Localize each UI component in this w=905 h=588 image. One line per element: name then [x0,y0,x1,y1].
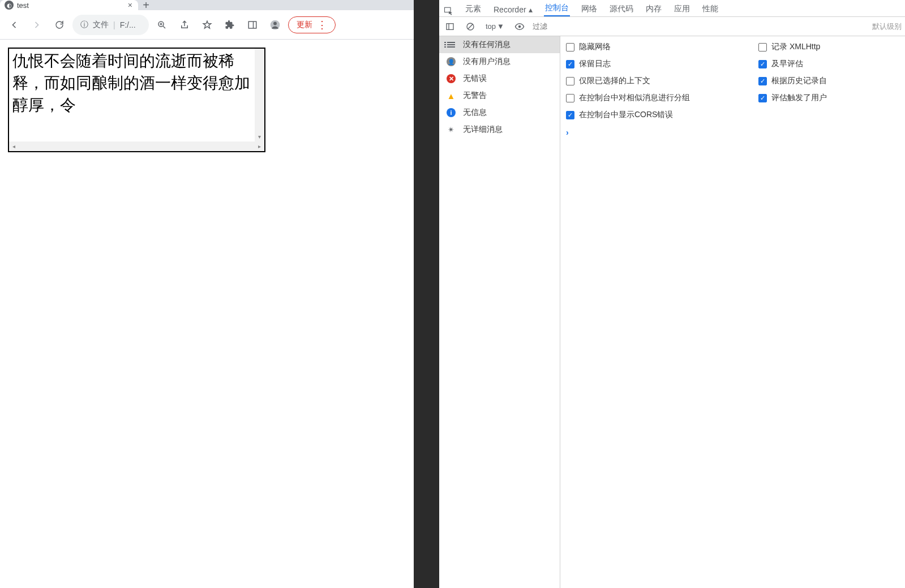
checkbox-icon[interactable]: ✓ [758,94,767,102]
checkbox-icon[interactable]: ✓ [758,77,767,85]
levels-dropdown[interactable]: 默认级别 [872,22,902,32]
extensions-icon[interactable] [220,15,239,35]
page-textbox[interactable]: 仇恨不会随着时间的流逝而被稀释，而如同酿制的酒一样变得愈加醇厚，令 ▾ ◂ ▸ [8,48,265,152]
address-label: 文件 [93,20,109,30]
console-sidebar: 没有任何消息 👤 没有用户消息 ✕ 无错误 ▲ 无警告 i 无信息 ✴ 无详细消… [439,36,560,588]
back-button[interactable] [5,15,24,35]
checkbox-eager-eval[interactable]: ✓及早评估 [758,59,827,69]
zoom-icon[interactable] [152,15,171,35]
console-toolbar: top ▼ 默认级别 [439,17,905,36]
filter-box[interactable] [533,22,867,31]
checkbox-icon[interactable] [566,43,574,51]
textbox-text: 仇恨不会随着时间的流逝而被稀释，而如同酿制的酒一样变得愈加醇厚，令 [12,50,255,117]
tab-title: test [17,1,125,10]
sidebar-item-verbose[interactable]: ✴ 无详细消息 [439,121,560,138]
recorder-badge-icon: ▴ [529,5,533,14]
context-dropdown[interactable]: top ▼ [483,21,507,32]
sidebar-item-user[interactable]: 👤 没有用户消息 [439,53,560,70]
sidebar-item-all[interactable]: 没有任何消息 [439,36,560,53]
scroll-right-icon[interactable]: ▸ [255,141,264,151]
address-bar[interactable]: ⓘ 文件 | F:/... [72,15,149,35]
tab-sources[interactable]: 源代码 [608,2,634,16]
scroll-left-icon[interactable]: ◂ [9,141,19,151]
svg-point-7 [273,22,277,25]
checkbox-icon[interactable]: ✓ [566,60,574,68]
pane-divider[interactable] [414,0,439,588]
reload-button[interactable] [50,15,69,35]
svg-rect-8 [445,7,451,12]
tab-memory[interactable]: 内存 [645,2,663,16]
checkbox-icon[interactable] [566,77,574,85]
menu-dots-icon[interactable]: ⋮ [317,20,327,30]
bookmark-icon[interactable] [198,15,217,35]
address-path: F:/... [120,20,136,29]
checkbox-icon[interactable]: ✓ [566,111,574,119]
console-prompt[interactable]: › [560,126,905,139]
sidebar-item-info[interactable]: i 无信息 [439,104,560,121]
inspect-icon[interactable] [444,6,454,16]
browser-tab[interactable]: ◐ test × [0,0,138,10]
checkbox-user-activation[interactable]: ✓评估触发了用户 [758,93,827,103]
tab-performance[interactable]: 性能 [701,2,719,16]
favicon-icon: ◐ [5,1,14,10]
sidebar-item-warnings[interactable]: ▲ 无警告 [439,87,560,104]
sidebar-item-label: 无警告 [463,91,487,101]
sidebar-item-label: 无详细消息 [463,125,503,135]
clear-console-button[interactable] [463,19,478,34]
checkbox-history-autocomplete[interactable]: ✓根据历史记录自 [758,76,827,86]
svg-point-13 [518,25,521,28]
devtools-panel: 元素 Recorder ▴ 控制台 网络 源代码 内存 应用 性能 top ▼ … [439,0,905,588]
console-settings: 隐藏网络 ✓保留日志 仅限已选择的上下文 在控制台中对相似消息进行分组 ✓在控制… [560,36,905,588]
sidebar-item-label: 无错误 [463,74,487,84]
sidebar-item-errors[interactable]: ✕ 无错误 [439,70,560,87]
checkbox-icon[interactable] [758,43,767,51]
tab-application[interactable]: 应用 [673,2,691,16]
tab-console[interactable]: 控制台 [544,1,570,16]
update-label: 更新 [297,20,312,30]
live-expression-button[interactable] [512,19,527,34]
share-icon[interactable] [175,15,194,35]
close-tab-icon[interactable]: × [128,1,132,10]
settings-col-1: 隐藏网络 ✓保留日志 仅限已选择的上下文 在控制台中对相似消息进行分组 ✓在控制… [560,40,753,122]
tab-recorder[interactable]: Recorder ▴ [492,3,534,16]
checkbox-selected-context[interactable]: 仅限已选择的上下文 [566,76,747,86]
user-icon: 👤 [446,57,456,67]
svg-line-1 [163,26,165,28]
list-icon [446,40,456,50]
sidebar-item-label: 无信息 [463,108,487,118]
checkbox-group-similar[interactable]: 在控制台中对相似消息进行分组 [566,93,747,103]
checkbox-hide-network[interactable]: 隐藏网络 [566,42,747,52]
settings-col-2: 记录 XMLHttp ✓及早评估 ✓根据历史记录自 ✓评估触发了用户 [753,40,833,122]
scrollbar-horizontal[interactable]: ◂ ▸ [9,141,264,151]
browser-window: ◐ test × + ⓘ 文件 | F:/... [0,0,414,588]
update-button[interactable]: 更新 ⋮ [288,16,336,33]
toggle-sidebar-button[interactable] [443,19,457,34]
sidebar-item-label: 没有任何消息 [463,40,511,50]
profile-icon[interactable] [265,15,285,35]
checkbox-preserve-log[interactable]: ✓保留日志 [566,59,747,69]
filter-input[interactable] [533,22,867,31]
tab-network[interactable]: 网络 [580,2,598,16]
tab-elements[interactable]: 元素 [464,2,482,16]
checkbox-icon[interactable] [566,94,574,102]
devtools-tabs: 元素 Recorder ▴ 控制台 网络 源代码 内存 应用 性能 [439,0,905,17]
checkbox-show-cors[interactable]: ✓在控制台中显示CORS错误 [566,110,747,120]
new-tab-button[interactable]: + [138,0,154,10]
svg-rect-4 [248,22,256,28]
chevron-down-icon: ▼ [497,22,504,31]
warning-icon: ▲ [446,91,456,101]
info-icon: i [446,108,456,118]
scroll-down-icon[interactable]: ▾ [255,132,264,141]
checkbox-log-xhr[interactable]: 记录 XMLHttp [758,42,827,52]
forward-button[interactable] [27,15,46,35]
console-body: 没有任何消息 👤 没有用户消息 ✕ 无错误 ▲ 无警告 i 无信息 ✴ 无详细消… [439,36,905,588]
checkbox-icon[interactable]: ✓ [758,60,767,68]
scrollbar-vertical[interactable]: ▾ [255,49,264,141]
sidepanel-icon[interactable] [243,15,262,35]
bug-icon: ✴ [446,125,456,135]
site-info-icon[interactable]: ⓘ [80,20,88,30]
browser-toolbar: ⓘ 文件 | F:/... 更新 ⋮ [0,10,414,40]
sidebar-item-label: 没有用户消息 [463,57,511,67]
error-icon: ✕ [446,74,456,84]
context-label: top [486,22,496,31]
